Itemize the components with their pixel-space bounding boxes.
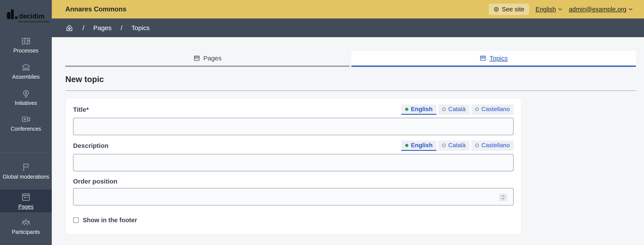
language-option-label: Català [448,142,466,149]
breadcrumb-home-link[interactable] [65,24,74,32]
decidim-logo-mark: decidim [7,10,50,19]
language-menu-label: English [536,6,556,13]
chevron-down-icon [558,8,562,11]
see-site-button[interactable]: See site [489,4,529,15]
order-position-input[interactable] [73,188,514,206]
breadcrumb-item-pages[interactable]: Pages [93,24,112,32]
sidebar-item-label: Global moderations [0,174,52,180]
order-position-label: Order position [73,178,514,185]
sidebar-item-assemblies[interactable]: Assemblies [0,62,52,80]
flag-icon [21,162,31,172]
description-input[interactable] [73,154,514,171]
tab-pages-label: Pages [203,54,222,62]
sidebar: decidim free open-source democracy Proce… [0,0,52,245]
stepper-down-icon[interactable] [501,198,505,200]
bank-icon [21,62,31,72]
sidebar-divider [0,152,52,153]
tab-bar: Pages Topics [65,51,636,67]
article-icon [21,192,31,202]
order-position-field [73,188,514,206]
language-option-castellano[interactable]: Castellano [471,140,514,151]
language-option-castellano[interactable]: Castellano [471,104,514,115]
site-title: Annares Commons [65,5,126,13]
user-menu[interactable]: admin@example.org [569,6,633,13]
logo-shape [11,10,14,19]
sidebar-item-label: Processes [0,48,52,54]
show-in-footer-label: Show in the footer [83,217,137,224]
radio-unselected-icon [475,144,479,147]
footer-checkbox-row: Show in the footer [73,217,514,224]
description-field-label: Description [73,142,108,149]
decidim-logo[interactable]: decidim free open-source democracy [7,10,50,23]
sidebar-item-initiatives[interactable]: Initiatives [0,88,52,106]
lightbulb-icon [21,88,31,98]
top-header-bar: Annares Commons See site English admin@e… [52,0,644,18]
sidebar-item-conferences[interactable]: Conferences [0,114,52,132]
logo-shape [7,12,10,19]
language-menu[interactable]: English [536,6,562,13]
breadcrumb-separator: / [82,24,84,32]
radio-selected-icon [405,108,408,111]
breadcrumb: / Pages / Topics [52,18,644,37]
description-language-selector: English Català Castellano [401,140,514,151]
title-language-selector: English Català Castellano [401,104,514,115]
sidebar-item-global-moderations[interactable]: Global moderations [0,162,52,180]
tab-topics[interactable]: Topics [352,51,636,67]
breadcrumb-separator: / [120,24,122,32]
article-icon [193,55,200,62]
article-icon [480,55,486,62]
language-option-catala[interactable]: Català [438,104,470,115]
sidebar-item-label: Assemblies [0,74,52,80]
logo-dot [15,16,18,19]
language-option-label: English [411,106,433,112]
language-option-english[interactable]: English [401,104,436,115]
language-option-label: Castellano [482,106,510,112]
target-icon [494,6,499,12]
radio-selected-icon [405,144,408,147]
breadcrumb-item-topics[interactable]: Topics [132,24,150,32]
page-title: New topic [65,74,636,84]
language-option-label: Català [448,106,466,112]
show-in-footer-checkbox[interactable] [73,217,79,223]
see-site-label: See site [502,6,524,13]
tab-pages[interactable]: Pages [65,51,350,67]
map-icon [21,36,31,46]
number-stepper[interactable] [499,194,507,201]
title-input[interactable] [73,118,514,135]
title-field-header: Title* English Català Castellano [73,104,514,115]
header-actions: See site English admin@example.org [489,4,633,15]
home-gear-icon [65,24,74,32]
logo-wordmark: decidim [19,14,44,19]
sidebar-item-participants[interactable]: Participants [0,218,52,235]
tab-topics-label: Topics [489,54,508,62]
new-topic-form-card: Title* English Català Castellano Descrip… [65,98,521,234]
language-option-english[interactable]: English [401,140,436,151]
radio-unselected-icon [442,144,446,147]
stepper-up-icon[interactable] [501,195,505,197]
radio-unselected-icon [442,108,446,111]
sidebar-item-label: Pages [0,204,52,210]
language-option-label: English [411,142,433,149]
main-content: Pages Topics New topic Title* English [52,37,644,245]
radio-unselected-icon [475,108,479,111]
user-menu-label: admin@example.org [569,6,626,13]
description-field-header: Description English Català Castellano [73,140,514,151]
language-option-catala[interactable]: Català [438,140,470,151]
people-icon [21,218,31,228]
title-divider [65,90,636,91]
sidebar-item-label: Initiatives [0,100,52,106]
language-option-label: Castellano [482,142,510,149]
sidebar-item-processes[interactable]: Processes [0,36,52,54]
sidebar-item-label: Participants [0,229,52,235]
video-camera-icon [21,114,31,124]
logo-tagline: free open-source democracy [18,20,50,23]
sidebar-item-label: Conferences [0,126,52,132]
chevron-down-icon [628,8,633,11]
sidebar-item-pages[interactable]: Pages [0,190,52,212]
title-field-label: Title* [73,106,89,113]
